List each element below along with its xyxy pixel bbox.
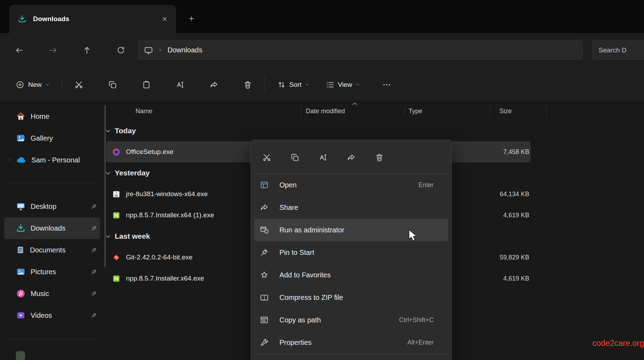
star-icon	[260, 270, 269, 279]
sidebar-item-desktop[interactable]: Desktop	[4, 195, 100, 217]
column-divider[interactable]	[546, 107, 547, 116]
sidebar-divider	[6, 339, 96, 339]
menu-item-compress-to-zip[interactable]: Compress to ZIP file	[254, 286, 448, 309]
sidebar-item-label: Home	[31, 112, 49, 121]
sidebar-item-label: Gallery	[31, 134, 53, 142]
this-pc-icon[interactable]	[144, 46, 153, 55]
group-label: Yesterday	[115, 169, 150, 177]
sidebar-item-label: Documents	[30, 246, 65, 254]
context-menu-quick-actions	[253, 142, 450, 173]
pin-icon	[90, 312, 97, 319]
sidebar-item-music[interactable]: Music	[4, 283, 100, 304]
delete-button[interactable]	[238, 75, 258, 95]
breadcrumb-location[interactable]: Downloads	[168, 46, 202, 54]
toolbar-separator	[62, 77, 62, 92]
refresh-button[interactable]	[113, 42, 129, 58]
column-header-type[interactable]: Type	[409, 102, 422, 120]
sidebar-item-onedrive-personal[interactable]: Sam - Personal	[4, 149, 100, 171]
sidebar-item-documents[interactable]: Documents	[4, 239, 100, 261]
file-size: 4,619 KB	[503, 212, 529, 219]
menu-item-label: Compress to ZIP file	[279, 294, 343, 302]
menu-item-run-as-administrator[interactable]: Run as administrator	[254, 219, 448, 241]
column-headers: Name Date modified Type Size	[102, 102, 644, 120]
sidebar-item-label: Music	[31, 290, 49, 298]
search-input[interactable]: Search D	[599, 46, 626, 54]
notepad-plus-plus-file-icon	[112, 211, 121, 220]
sidebar-item-home[interactable]: Home	[4, 105, 100, 127]
address-bar[interactable]: Downloads	[138, 40, 583, 60]
column-divider[interactable]	[490, 107, 490, 116]
onedrive-cloud-icon	[16, 155, 26, 165]
menu-item-properties[interactable]: Properties Alt+Enter	[254, 331, 448, 354]
pin-icon	[90, 269, 97, 275]
sort-button[interactable]: Sort	[272, 77, 314, 93]
back-button[interactable]	[11, 42, 27, 58]
share-icon	[260, 203, 269, 212]
new-tab-button[interactable]	[183, 11, 200, 27]
sidebar-item-videos[interactable]: Videos	[4, 304, 100, 326]
menu-item-partially-visible[interactable]	[253, 354, 450, 360]
more-options-button[interactable]	[377, 75, 397, 95]
notepad-plus-plus-file-icon	[112, 274, 121, 283]
column-header-date-modified[interactable]: Date modified	[306, 102, 345, 120]
group-header-today[interactable]: Today	[102, 120, 644, 141]
menu-item-open[interactable]: Open Enter	[254, 174, 448, 196]
menu-item-label: Pin to Start	[279, 249, 314, 257]
cut-button[interactable]	[69, 75, 89, 95]
command-toolbar: New Sort View	[0, 67, 644, 102]
sidebar-item-label: Pictures	[31, 268, 56, 276]
menu-item-add-to-favorites[interactable]: Add to Favorites	[254, 264, 448, 286]
sidebar-item-downloads[interactable]: Downloads	[4, 217, 100, 239]
file-size: 64,134 KB	[500, 191, 529, 198]
toolbar-separator	[265, 77, 265, 92]
java-installer-file-icon	[112, 190, 121, 199]
delete-button[interactable]	[365, 146, 393, 169]
office-setup-file-icon	[112, 148, 121, 156]
rename-button[interactable]	[170, 75, 190, 95]
new-button[interactable]: New	[11, 77, 55, 93]
cut-button[interactable]	[253, 146, 281, 169]
pin-icon	[90, 290, 97, 297]
paste-button[interactable]	[137, 75, 156, 95]
breadcrumb-chevron-icon[interactable]	[158, 47, 163, 53]
forward-button[interactable]	[45, 42, 61, 58]
chevron-down-icon	[105, 233, 112, 240]
share-button[interactable]	[204, 75, 224, 95]
tab-close-icon[interactable]	[158, 13, 171, 25]
column-divider[interactable]	[301, 107, 301, 116]
chevron-down-icon	[45, 82, 50, 87]
menu-item-shortcut: Enter	[418, 181, 434, 189]
sort-button-label: Sort	[289, 81, 302, 89]
menu-item-copy-as-path[interactable]: Copy as path Ctrl+Shift+C	[254, 309, 448, 331]
sidebar-item-label: Downloads	[31, 224, 65, 232]
copy-button[interactable]	[103, 75, 122, 95]
home-icon	[16, 111, 26, 121]
partially-visible-icon	[16, 351, 25, 360]
menu-item-label: Properties	[279, 339, 311, 347]
copy-button[interactable]	[281, 146, 309, 169]
gallery-icon	[16, 133, 26, 143]
open-icon	[260, 180, 269, 189]
column-header-name[interactable]: Name	[135, 102, 152, 120]
pin-icon	[260, 248, 269, 257]
share-button[interactable]	[337, 146, 365, 169]
column-divider[interactable]	[404, 107, 405, 116]
documents-icon	[16, 245, 25, 255]
rename-button[interactable]	[309, 146, 337, 169]
git-installer-file-icon	[112, 253, 121, 262]
file-name: npp.8.5.7.Installer.x64 (1).exe	[126, 211, 214, 219]
partially-visible-sidebar-item[interactable]	[4, 345, 100, 360]
up-button[interactable]	[79, 42, 95, 58]
tab-downloads[interactable]: Downloads	[9, 5, 176, 33]
menu-item-share[interactable]: Share	[254, 196, 448, 219]
menu-item-label: Run as administrator	[279, 226, 345, 234]
expand-chevron-icon[interactable]	[8, 158, 12, 162]
context-menu: Open Enter Share Run as administrator Pi…	[251, 140, 452, 360]
sidebar-item-pictures[interactable]: Pictures	[4, 261, 100, 283]
sidebar-item-gallery[interactable]: Gallery	[4, 127, 100, 149]
column-header-size[interactable]: Size	[499, 102, 512, 120]
view-button[interactable]: View	[321, 77, 365, 93]
search-box[interactable]: Search D	[592, 40, 644, 60]
file-explorer-window: Downloads Downloads	[0, 0, 644, 360]
menu-item-pin-to-start[interactable]: Pin to Start	[254, 241, 448, 264]
